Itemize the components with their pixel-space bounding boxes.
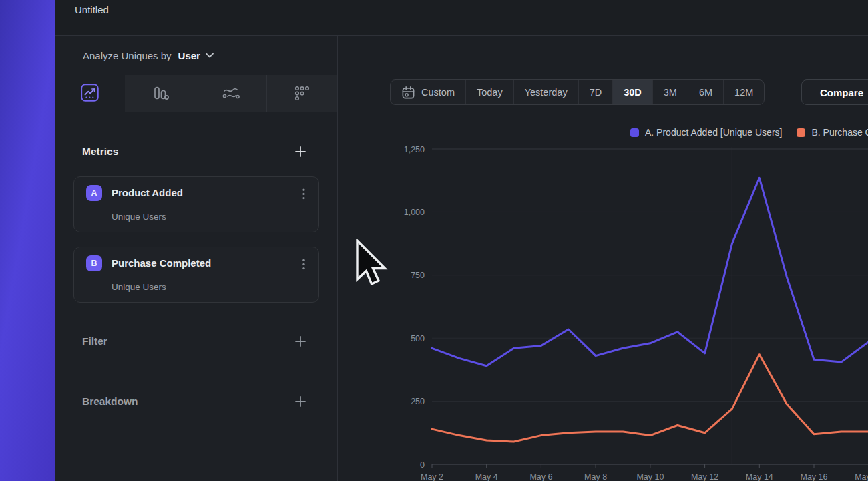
date-range-selector: CustomTodayYesterday7D30D3M6M12M <box>390 79 765 105</box>
range-label: 12M <box>734 87 753 98</box>
svg-text:May 6: May 6 <box>529 472 552 481</box>
analyze-by-value: User <box>178 50 200 61</box>
chevron-down-icon <box>206 53 214 58</box>
range-custom[interactable]: Custom <box>391 80 465 104</box>
legend-swatch <box>630 128 639 137</box>
range-today[interactable]: Today <box>465 80 513 104</box>
legend-item[interactable]: B. Purchase Completed [Unique Users] <box>797 127 868 138</box>
range-label: 30D <box>624 87 642 98</box>
range-label: 3M <box>664 87 677 98</box>
breakdown-title: Breakdown <box>82 395 138 408</box>
svg-text:May 8: May 8 <box>584 472 607 481</box>
analytics-app: { "window": { "title": "Untitled" }, "co… <box>0 0 868 481</box>
add-filter-button[interactable] <box>294 335 306 347</box>
metric-name: Purchase Completed <box>112 257 211 269</box>
bar-chart-icon <box>152 84 169 104</box>
range-3m[interactable]: 3M <box>652 80 688 104</box>
legend-label: A. Product Added [Unique Users] <box>645 127 782 138</box>
metric-badge-a: A <box>86 185 102 201</box>
tab-bar-chart[interactable] <box>125 75 195 112</box>
range-label: Today <box>477 87 503 98</box>
line-chart-icon <box>81 84 99 104</box>
metric-card-purchase-completed[interactable]: B Purchase Completed Unique Users <box>73 247 319 303</box>
metric-menu-button[interactable] <box>301 257 306 273</box>
range-label: 6M <box>699 87 712 98</box>
range-label: 7D <box>590 87 602 98</box>
plus-icon <box>294 395 306 408</box>
range-yesterday[interactable]: Yesterday <box>513 80 578 104</box>
range-30d[interactable]: 30D <box>612 80 652 104</box>
breakdown-section-header: Breakdown <box>55 391 337 412</box>
svg-text:0: 0 <box>420 460 425 470</box>
query-sidebar: Analyze Uniques by User Metrics A Produc… <box>55 36 337 481</box>
metric-menu-button[interactable] <box>301 187 306 203</box>
compare-button[interactable]: Compare <box>801 79 868 105</box>
metrics-section-header: Metrics <box>55 142 337 162</box>
svg-text:1,000: 1,000 <box>404 208 425 217</box>
desktop-gradient-background <box>0 0 55 481</box>
legend-label: B. Purchase Completed [Unique Users] <box>811 127 868 138</box>
plus-icon <box>294 335 306 347</box>
tab-grid-dots[interactable] <box>266 75 337 112</box>
svg-text:May 14: May 14 <box>746 472 773 481</box>
kebab-menu-icon <box>302 188 305 200</box>
metric-measure[interactable]: Unique Users <box>112 212 166 222</box>
plus-icon <box>294 146 306 158</box>
svg-text:May 2: May 2 <box>421 472 443 481</box>
range-12m[interactable]: 12M <box>723 80 764 104</box>
analyze-by-label: Analyze Uniques by <box>83 50 172 61</box>
calendar-icon <box>401 86 415 100</box>
analyze-by-dropdown[interactable]: User <box>178 50 214 61</box>
filter-section-header: Filter <box>55 331 337 351</box>
metrics-title: Metrics <box>82 146 118 158</box>
tab-flow-chart[interactable] <box>196 75 266 112</box>
add-metric-button[interactable] <box>294 146 306 158</box>
svg-text:May 10: May 10 <box>636 472 664 481</box>
svg-text:May 4: May 4 <box>475 472 498 481</box>
flow-chart-icon <box>222 85 240 104</box>
svg-text:May 12: May 12 <box>691 472 718 481</box>
range-label: Yesterday <box>525 87 568 98</box>
analyze-by-row: Analyze Uniques by User <box>55 36 337 75</box>
chart-type-tabs <box>55 75 337 112</box>
metric-badge-b: B <box>86 255 102 271</box>
legend-swatch <box>797 128 805 137</box>
report-title[interactable]: Untitled <box>75 4 109 15</box>
grid-dots-icon <box>293 84 310 104</box>
range-label: Custom <box>421 87 455 98</box>
kebab-menu-icon <box>302 259 305 270</box>
svg-text:May 16: May 16 <box>801 472 828 481</box>
svg-text:500: 500 <box>411 334 425 343</box>
range-6m[interactable]: 6M <box>688 80 723 104</box>
svg-text:May 18: May 18 <box>855 472 868 481</box>
tab-line-chart[interactable] <box>55 75 125 112</box>
range-7d[interactable]: 7D <box>578 80 613 104</box>
svg-text:750: 750 <box>411 271 425 280</box>
line-chart: May 2May 4May 6May 8May 10May 12May 14Ma… <box>337 140 868 481</box>
legend-item[interactable]: A. Product Added [Unique Users] <box>630 127 782 138</box>
chart-legend: A. Product Added [Unique Users]B. Purcha… <box>630 127 868 138</box>
svg-text:250: 250 <box>411 397 425 406</box>
metric-card-product-added[interactable]: A Product Added Unique Users <box>73 176 319 232</box>
filter-title: Filter <box>82 335 107 347</box>
metric-measure[interactable]: Unique Users <box>112 282 166 292</box>
app-header: Untitled <box>55 0 868 36</box>
svg-text:1,250: 1,250 <box>404 145 425 154</box>
add-breakdown-button[interactable] <box>294 395 306 408</box>
metric-name: Product Added <box>112 187 183 198</box>
